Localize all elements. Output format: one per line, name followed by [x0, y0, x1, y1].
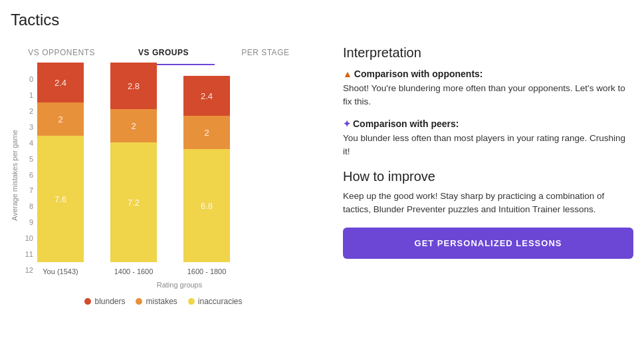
- mistake-segment-0: 2: [37, 102, 84, 136]
- interpretation-title: Interpretation: [343, 45, 633, 61]
- interp-peers-title: ✦Comparison with peers:: [343, 118, 633, 129]
- y-label-12: 12: [21, 267, 33, 274]
- y-label-9: 9: [21, 219, 33, 226]
- mistakes-dot: [136, 298, 142, 305]
- bar-label-0: You (1543): [43, 267, 78, 275]
- blunders-dot: [84, 298, 91, 305]
- y-label-10: 10: [21, 235, 33, 242]
- bar-group-1: 7.222.81400 - 1600: [110, 63, 157, 275]
- interp-peers-text: You blunder less often than most players…: [343, 132, 633, 159]
- y-label-4: 4: [21, 140, 33, 147]
- improve-text: Keep up the good work! Stay sharp by pra…: [343, 190, 633, 217]
- interpretation-vs-peers: ✦Comparison with peers: You blunder less…: [343, 118, 633, 159]
- y-label-2: 2: [21, 108, 33, 115]
- bar-group-2: 6.822.41600 - 1800: [183, 76, 230, 275]
- warning-icon: ▲: [343, 69, 352, 79]
- good-icon: ✦: [343, 118, 351, 129]
- tab-vs-groups[interactable]: VS GROUPS: [112, 43, 214, 65]
- mistake-segment-2: 2: [183, 116, 230, 149]
- chart-legend: blunders mistakes inaccuracies: [11, 297, 316, 306]
- inaccuracies-label: inaccuracies: [198, 297, 243, 306]
- right-panel: Interpretation ▲Comparison with opponent…: [343, 43, 633, 306]
- interp-opponents-title: ▲Comparison with opponents:: [343, 69, 633, 79]
- inaccuracy-segment-1: 7.2: [110, 142, 157, 262]
- blunder-segment-1: 2.8: [110, 63, 157, 109]
- get-lessons-button[interactable]: GET PERSONALIZED LESSONS: [343, 228, 633, 259]
- page-title: Tactics: [11, 11, 633, 29]
- chart-area: Average mistakes per game 12 11 10 9 8 7…: [11, 76, 316, 275]
- x-axis-title: Rating groups: [43, 281, 316, 289]
- bar-label-2: 1600 - 1800: [187, 267, 227, 275]
- y-axis-title: Average mistakes per game: [11, 76, 19, 275]
- interp-opponents-text: Shoot! You're blundering more often than…: [343, 82, 633, 109]
- inaccuracy-segment-0: 7.6: [37, 136, 84, 262]
- tab-vs-opponents[interactable]: VS OPPONENTS: [11, 43, 112, 65]
- y-label-6: 6: [21, 172, 33, 179]
- chart-section: VS OPPONENTS VS GROUPS PER STAGE Average…: [11, 43, 316, 306]
- blunder-segment-0: 2.4: [37, 63, 84, 102]
- blunder-segment-2: 2.4: [183, 76, 230, 116]
- legend-mistakes: mistakes: [136, 297, 177, 306]
- tab-bar: VS OPPONENTS VS GROUPS PER STAGE: [11, 43, 316, 65]
- mistake-segment-1: 2: [110, 109, 157, 142]
- interpretation-vs-opponents: ▲Comparison with opponents: Shoot! You'r…: [343, 69, 633, 109]
- y-axis: 12 11 10 9 8 7 6 5 4 3 2 1 0: [21, 76, 33, 275]
- y-label-7: 7: [21, 187, 33, 194]
- y-label-3: 3: [21, 124, 33, 131]
- inaccuracies-dot: [188, 298, 195, 305]
- bar-group-0: 7.622.4You (1543): [37, 63, 84, 275]
- bars-container: 7.622.4You (1543)7.222.81400 - 16006.822…: [37, 76, 230, 275]
- y-label-8: 8: [21, 203, 33, 210]
- improve-title: How to improve: [343, 169, 633, 184]
- y-label-0: 0: [21, 76, 33, 83]
- blunders-label: blunders: [94, 297, 125, 306]
- tab-per-stage[interactable]: PER STAGE: [215, 43, 316, 65]
- mistakes-label: mistakes: [146, 297, 177, 306]
- y-label-5: 5: [21, 156, 33, 163]
- legend-blunders: blunders: [84, 297, 125, 306]
- y-label-11: 11: [21, 251, 33, 258]
- inaccuracy-segment-2: 6.8: [183, 149, 230, 262]
- bar-label-1: 1400 - 1600: [114, 267, 154, 275]
- legend-inaccuracies: inaccuracies: [188, 297, 243, 306]
- y-label-1: 1: [21, 92, 33, 99]
